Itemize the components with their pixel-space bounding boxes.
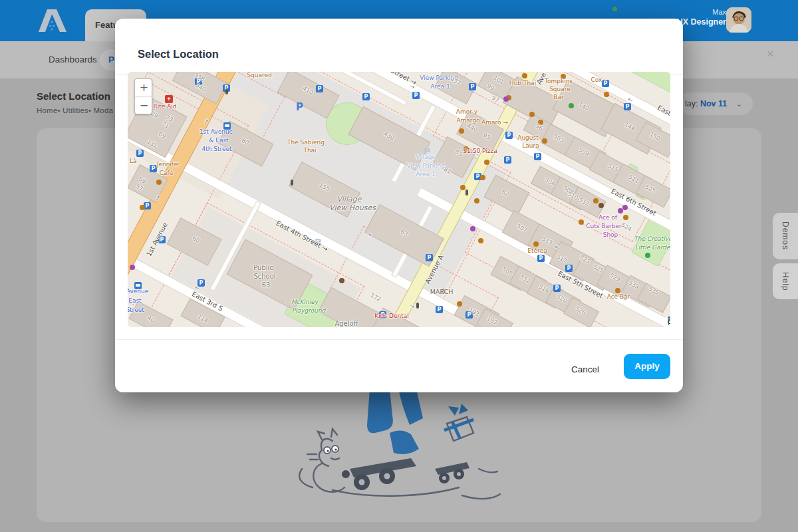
bicycle-parking-icon: P (537, 255, 545, 262)
map-label: n Là (128, 158, 137, 164)
food-poi-icon (457, 301, 462, 307)
map-label: School (253, 273, 275, 280)
map-label: View Houses (329, 203, 376, 212)
map-zoom-control: + − (134, 78, 152, 114)
map-label: Shop (603, 231, 618, 238)
map-label: Village (416, 154, 436, 160)
map-label: Ageloff (334, 320, 358, 327)
food-poi-icon (604, 92, 609, 97)
map-label: Cox (591, 76, 602, 83)
apply-button[interactable]: Apply (624, 354, 670, 379)
attribution-tail: contributors (668, 317, 670, 327)
map-label: Ace Bar (607, 293, 630, 300)
food-poi-icon (593, 198, 598, 203)
nav-item-dashboards[interactable]: Dashboards (49, 55, 97, 65)
avatar[interactable] (726, 7, 751, 33)
map-label: MARCH (430, 288, 454, 295)
bicycle-parking-icon: P (505, 132, 513, 139)
map-label: Little Garden (635, 244, 670, 251)
food-poi-icon (522, 73, 527, 78)
modal-title: Select Location (138, 48, 219, 61)
shop-poi-icon (503, 96, 509, 102)
shop-poi-icon (130, 265, 135, 270)
map-label: August (517, 134, 539, 141)
breadcrumb[interactable]: Home• Utilities• Moda (37, 106, 113, 114)
map-label: & East (209, 137, 228, 144)
bicycle-parking-icon: P (362, 93, 370, 100)
food-poi-icon (529, 112, 535, 117)
map-label: & East (128, 297, 142, 304)
zoom-out-button[interactable]: − (135, 97, 153, 114)
side-tab-help-label: Help (781, 272, 790, 291)
leisure-poi-icon (569, 103, 574, 108)
side-tab-demos[interactable]: Demos (773, 213, 798, 259)
side-tab-demos-label: Demos (781, 221, 790, 250)
map-label: View Parking (406, 162, 445, 169)
traffic-signal-icon (466, 190, 468, 196)
divider (115, 339, 683, 340)
map-label: Amaro → (481, 119, 508, 126)
close-icon[interactable]: × (767, 47, 774, 61)
food-poi-icon (478, 238, 483, 243)
avatar-photo (726, 7, 751, 33)
map-label: $1.50 Pizza (463, 148, 497, 154)
date-value: Nov 11 (700, 99, 727, 108)
user-role: UX Designer (677, 17, 726, 27)
app-logo-icon[interactable] (39, 8, 68, 33)
map-label: Jennifer (157, 161, 180, 168)
art-poi-icon (339, 278, 344, 283)
side-tab-help[interactable]: Help (773, 263, 798, 299)
bicycle-parking-icon: P (136, 150, 144, 157)
leisure-poi-icon (645, 253, 650, 258)
traffic-signal-icon (291, 180, 293, 186)
select-location-modal: Select Location × + − Leaflet | © OpenSt… (115, 19, 683, 392)
map-label: Squared (247, 72, 271, 78)
map-label: Rite Aid (153, 103, 176, 110)
food-poi-icon (480, 175, 485, 180)
bicycle-parking-icon: P (469, 83, 476, 90)
page-title: Select Location (37, 90, 110, 102)
traffic-signal-icon (225, 88, 228, 94)
map-label: Square (549, 86, 571, 92)
page: Max UX Designer Featu Dashboards P Selec… (0, 0, 798, 532)
map-label: Village (337, 195, 362, 203)
food-poi-icon (156, 180, 162, 185)
shop-poi-icon (470, 226, 475, 231)
bicycle-parking-icon: P (553, 285, 561, 292)
map-label: Café (160, 170, 174, 176)
food-poi-icon (474, 198, 479, 203)
map-label: McKinley (291, 299, 318, 305)
user-name: Max (677, 7, 726, 17)
map-attribution: Leaflet | © OpenStreetMap contributors (665, 317, 670, 327)
zoom-in-button[interactable]: + (135, 79, 153, 96)
food-poi-icon (542, 138, 547, 144)
chevron-down-icon: ⌄ (736, 100, 742, 108)
user-info[interactable]: Max UX Designer (677, 7, 726, 27)
bicycle-parking-icon: P (534, 153, 541, 160)
map-canvas[interactable]: + − Leaflet | © OpenStreetMap contributo… (128, 72, 670, 327)
map-label: Laura (522, 142, 539, 149)
bicycle-parking-icon: P (436, 306, 443, 313)
traffic-signal-icon (416, 303, 419, 309)
date-label: lay: (685, 99, 698, 108)
shop-poi-icon (618, 208, 623, 213)
map-label: Kids Dental (374, 313, 408, 319)
map-label: Amor y (456, 108, 477, 115)
map-label: rd Street (128, 307, 144, 313)
food-poi-icon (459, 128, 464, 134)
map-label: Area 1 (430, 83, 450, 90)
map-label: Public (253, 264, 273, 271)
parking-lot-icon: P (296, 101, 303, 113)
map-label: Ace of (598, 214, 617, 221)
date-selector[interactable]: lay: Nov 11 ⌄ (678, 92, 753, 115)
map-label: The Sabieng (287, 139, 325, 146)
food-poi-icon (140, 205, 145, 210)
shop-poi-icon (622, 205, 628, 210)
rollerskates-illustration (293, 389, 519, 509)
food-poi-icon (484, 160, 489, 165)
bicycle-parking-icon: P (316, 85, 323, 92)
bicycle-parking-icon: P (602, 80, 609, 87)
map-label: Bar (553, 94, 563, 100)
cancel-button[interactable]: Cancel (555, 356, 615, 383)
bicycle-parking-icon: P (412, 92, 420, 99)
